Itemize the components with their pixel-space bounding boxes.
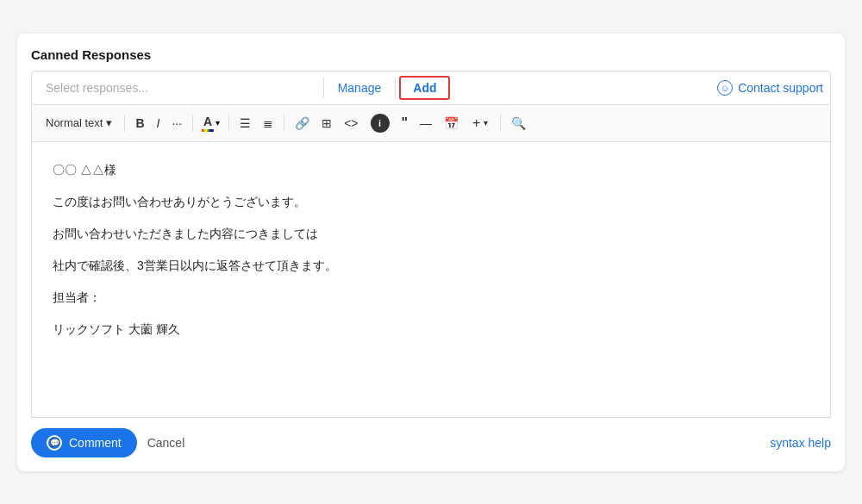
editor-toolbar: Normal text ▾ B I ··· A ▾ ☰ ≣ 🔗 ⊞ bbox=[31, 105, 831, 142]
editor-line-5: 担当者： bbox=[53, 287, 809, 308]
color-underline bbox=[202, 129, 214, 132]
info-icon: i bbox=[371, 114, 390, 133]
syntax-help-link[interactable]: syntax help bbox=[770, 436, 831, 450]
toolbar-sep-4 bbox=[284, 115, 284, 132]
contact-support-button[interactable]: ☺ Contact support bbox=[717, 80, 823, 96]
contact-support-label: Contact support bbox=[738, 81, 823, 95]
text-style-dropdown[interactable]: Normal text ▾ bbox=[39, 113, 119, 133]
text-color-chevron-icon: ▾ bbox=[216, 118, 220, 128]
bullet-list-icon: ☰ bbox=[240, 116, 251, 130]
top-bar: Select responses... Manage Add ☺ Contact… bbox=[31, 71, 831, 105]
code-button[interactable]: <> bbox=[339, 113, 363, 134]
comment-icon: 💬 bbox=[47, 435, 62, 451]
cancel-button[interactable]: Cancel bbox=[137, 429, 196, 457]
toolbar-sep-1 bbox=[124, 115, 125, 132]
code-icon: <> bbox=[344, 116, 358, 130]
add-icon: + bbox=[472, 115, 480, 131]
info-button[interactable]: i bbox=[365, 110, 395, 136]
divider-1 bbox=[323, 78, 324, 98]
date-icon: 📅 bbox=[444, 116, 459, 130]
more-button[interactable]: ··· bbox=[166, 113, 187, 134]
editor-area[interactable]: 〇〇 △△様 この度はお問い合わせありがとうございます。 お問い合わせいただきま… bbox=[31, 142, 831, 418]
hr-button[interactable]: — bbox=[415, 113, 437, 134]
chevron-down-icon: ▾ bbox=[106, 116, 112, 129]
table-icon: ⊞ bbox=[322, 116, 332, 130]
add-chevron-icon: ▾ bbox=[484, 118, 488, 128]
comment-label: Comment bbox=[69, 436, 122, 450]
editor-line-3: お問い合わせいただきました内容につきましては bbox=[53, 223, 809, 245]
text-color-label: A bbox=[203, 115, 212, 128]
bottom-bar: 💬 Comment Cancel syntax help bbox=[31, 428, 831, 457]
canned-responses-panel: Canned Responses Select responses... Man… bbox=[17, 34, 845, 471]
search-icon: 🔍 bbox=[511, 116, 526, 130]
hr-icon: — bbox=[420, 116, 432, 130]
editor-line-2: この度はお問い合わせありがとうございます。 bbox=[53, 191, 809, 213]
ordered-list-icon: ≣ bbox=[263, 116, 273, 130]
divider-2 bbox=[395, 78, 396, 98]
text-style-label: Normal text bbox=[46, 116, 103, 129]
select-responses-input[interactable]: Select responses... bbox=[39, 81, 320, 95]
quote-icon: " bbox=[402, 115, 409, 131]
toolbar-sep-3 bbox=[228, 115, 229, 132]
add-dropdown[interactable]: + ▾ bbox=[465, 112, 495, 134]
comment-button[interactable]: 💬 Comment bbox=[31, 428, 137, 457]
italic-button[interactable]: I bbox=[152, 113, 166, 134]
quote-button[interactable]: " bbox=[397, 112, 414, 134]
bullet-list-button[interactable]: ☰ bbox=[234, 113, 256, 134]
editor-line-1: 〇〇 △△様 bbox=[53, 159, 809, 181]
toolbar-sep-2 bbox=[192, 115, 193, 132]
link-button[interactable]: 🔗 bbox=[290, 113, 315, 134]
table-button[interactable]: ⊞ bbox=[316, 113, 337, 134]
bold-button[interactable]: B bbox=[130, 113, 149, 134]
add-button[interactable]: Add bbox=[399, 76, 450, 100]
smiley-icon: ☺ bbox=[717, 80, 733, 96]
search-button[interactable]: 🔍 bbox=[506, 113, 531, 134]
date-button[interactable]: 📅 bbox=[439, 113, 464, 134]
text-color-button[interactable]: A ▾ bbox=[198, 111, 223, 135]
toolbar-sep-5 bbox=[500, 115, 501, 132]
ordered-list-button[interactable]: ≣ bbox=[258, 113, 278, 134]
link-icon: 🔗 bbox=[295, 116, 309, 130]
editor-line-6: リックソフト 大薗 輝久 bbox=[53, 319, 809, 340]
panel-title: Canned Responses bbox=[31, 47, 831, 62]
manage-button[interactable]: Manage bbox=[328, 81, 392, 95]
editor-line-4: 社内で確認後、3営業日以内に返答させて頂きます。 bbox=[53, 255, 809, 277]
